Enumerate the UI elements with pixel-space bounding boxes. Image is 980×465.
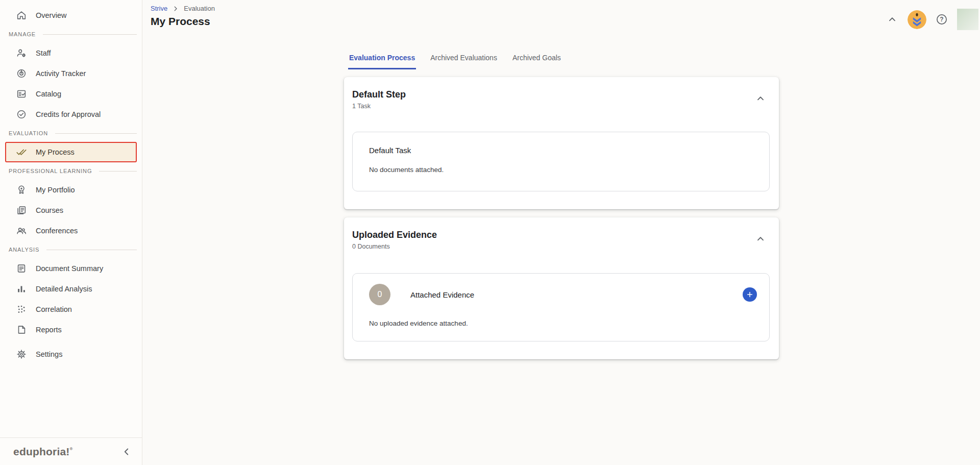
check-circle-icon — [15, 108, 28, 120]
collapse-evidence-button[interactable] — [753, 232, 768, 246]
collapse-header-button[interactable] — [885, 12, 899, 27]
chevron-up-icon — [755, 93, 766, 104]
sidebar-item-label: Document Summary — [36, 264, 103, 273]
header-actions: ? — [885, 9, 978, 30]
sidebar-nav: Overview MANAGE Staff Activity Tracker C… — [0, 0, 142, 340]
sidebar-item-courses[interactable]: Courses — [0, 200, 142, 221]
help-button[interactable]: ? — [935, 12, 949, 27]
strive-app-avatar[interactable] — [908, 10, 926, 29]
strive-plant-icon — [908, 10, 926, 29]
document-summary-icon — [15, 262, 28, 275]
card-title: Uploaded Evidence — [352, 230, 437, 240]
chevron-up-icon — [887, 14, 898, 25]
section-header-professional-learning: PROFESSIONAL LEARNING — [0, 162, 142, 180]
collapse-step-button[interactable] — [753, 91, 768, 106]
section-divider — [43, 34, 137, 35]
task-note: No documents attached. — [369, 166, 444, 174]
sidebar-item-label: Staff — [36, 49, 51, 57]
sidebar-item-label: Overview — [36, 11, 66, 19]
sidebar-item-settings[interactable]: Settings — [0, 344, 142, 364]
conferences-people-icon — [15, 225, 28, 237]
section-header-analysis: ANALYSIS — [0, 241, 142, 258]
sidebar-item-label: My Process — [36, 148, 75, 156]
sidebar-item-catalog[interactable]: Catalog — [0, 84, 142, 104]
evidence-count-badge: 0 — [369, 284, 390, 305]
sidebar-item-detailed-analysis[interactable]: Detailed Analysis — [0, 279, 142, 299]
sidebar-item-label: Detailed Analysis — [36, 285, 92, 293]
sidebar-item-credits-for-approval[interactable]: Credits for Approval — [0, 104, 142, 125]
home-icon — [15, 9, 28, 21]
section-label: MANAGE — [9, 31, 36, 37]
eduphoria-logo: eduphoria!® — [13, 446, 73, 458]
tab-archived-evaluations[interactable]: Archived Evaluations — [429, 51, 498, 69]
tab-archived-goals[interactable]: Archived Goals — [511, 51, 562, 69]
add-evidence-button[interactable] — [743, 287, 757, 302]
evidence-note: No uploaded evidence attached. — [369, 320, 468, 327]
svg-text:?: ? — [940, 16, 943, 23]
sidebar-item-staff[interactable]: Staff — [0, 43, 142, 63]
uploaded-evidence-card: Uploaded Evidence 0 Documents 0 Attached… — [344, 217, 779, 359]
card-subtitle: 0 Documents — [352, 243, 390, 250]
page-title: My Process — [151, 15, 210, 28]
sidebar-item-label: Settings — [36, 350, 62, 358]
sidebar-item-conferences[interactable]: Conferences — [0, 221, 142, 241]
tab-bar: Evaluation Process Archived Evaluations … — [348, 51, 575, 69]
help-icon: ? — [935, 13, 948, 26]
plus-icon — [746, 291, 753, 298]
staff-icon — [15, 47, 28, 59]
breadcrumb: Strive Evaluation — [151, 5, 215, 12]
sidebar-item-label: Credits for Approval — [36, 110, 101, 118]
attached-evidence-label: Attached Evidence — [410, 290, 474, 299]
section-header-manage: MANAGE — [0, 26, 142, 43]
default-step-card: Default Step 1 Task Default Task No docu… — [344, 77, 779, 209]
sidebar-item-label: Reports — [36, 326, 62, 334]
activity-tracker-icon — [15, 67, 28, 80]
courses-icon — [15, 204, 28, 216]
sidebar-item-overview[interactable]: Overview — [0, 5, 142, 26]
sidebar-item-label: My Portfolio — [36, 186, 75, 194]
section-divider — [55, 133, 137, 134]
correlation-scatter-icon — [15, 303, 28, 315]
section-label: EVALUATION — [9, 130, 48, 136]
reports-icon — [15, 324, 28, 336]
breadcrumb-evaluation: Evaluation — [184, 5, 215, 12]
sidebar-item-document-summary[interactable]: Document Summary — [0, 258, 142, 279]
section-label: ANALYSIS — [9, 247, 39, 253]
section-divider — [99, 171, 137, 172]
sidebar-item-my-portfolio[interactable]: My Portfolio — [0, 180, 142, 200]
section-label: PROFESSIONAL LEARNING — [9, 168, 92, 174]
chevron-up-icon — [755, 233, 766, 244]
sidebar-item-label: Conferences — [36, 227, 78, 235]
card-subtitle: 1 Task — [352, 103, 371, 110]
task-title: Default Task — [369, 146, 411, 155]
sidebar-item-my-process[interactable]: My Process — [5, 142, 137, 162]
sidebar-footer: eduphoria!® — [0, 437, 142, 465]
main-content: Strive Evaluation My Process ? Evaluatio… — [143, 0, 980, 465]
section-header-evaluation: EVALUATION — [0, 125, 142, 142]
account-square[interactable] — [957, 9, 978, 30]
sidebar: Overview MANAGE Staff Activity Tracker C… — [0, 0, 142, 465]
sidebar-collapse-button[interactable] — [119, 445, 134, 459]
attached-evidence-row: 0 Attached Evidence — [369, 284, 757, 305]
bar-chart-icon — [15, 283, 28, 295]
portfolio-medal-icon — [15, 184, 28, 196]
chevron-left-icon — [121, 446, 132, 457]
attached-evidence-panel: 0 Attached Evidence No uploaded evidence… — [352, 273, 770, 341]
chevron-right-icon — [172, 5, 179, 12]
card-title: Default Step — [352, 89, 406, 100]
gear-icon — [15, 348, 28, 360]
catalog-icon — [15, 88, 28, 100]
sidebar-item-correlation[interactable]: Correlation — [0, 299, 142, 320]
tab-evaluation-process[interactable]: Evaluation Process — [348, 51, 416, 69]
done-all-icon — [15, 146, 28, 158]
breadcrumb-strive[interactable]: Strive — [151, 5, 167, 12]
default-task-item[interactable]: Default Task No documents attached. — [352, 132, 770, 191]
sidebar-item-reports[interactable]: Reports — [0, 320, 142, 340]
sidebar-item-label: Catalog — [36, 90, 61, 98]
sidebar-item-activity-tracker[interactable]: Activity Tracker — [0, 63, 142, 84]
sidebar-item-label: Correlation — [36, 305, 72, 313]
registered-mark: ® — [70, 447, 73, 451]
sidebar-item-label: Activity Tracker — [36, 69, 86, 78]
sidebar-item-label: Courses — [36, 206, 63, 214]
section-divider — [46, 250, 137, 250]
